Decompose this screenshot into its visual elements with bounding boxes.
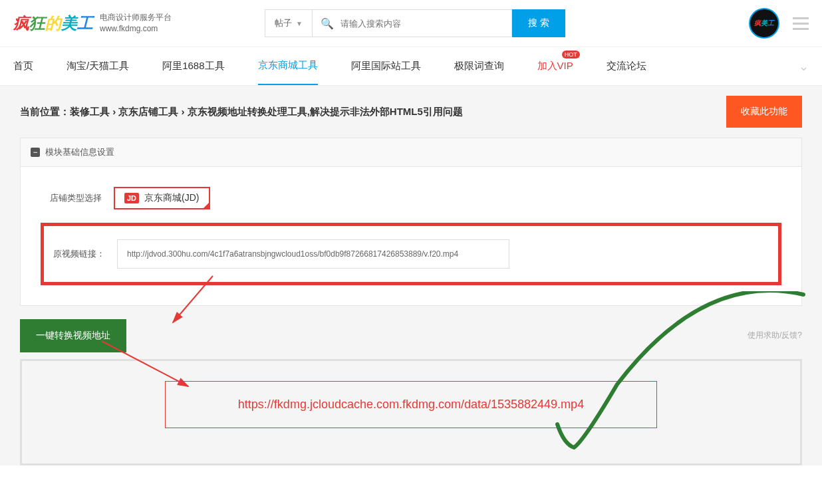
hot-badge: HOT [562,51,580,59]
search-icon: 🔍 [321,17,334,30]
shop-type-select[interactable]: JD 京东商城(JD) [114,187,210,209]
result-url: https://fkdmg.jcloudcache.com.fkdmg.com/… [179,398,643,412]
shop-type-label: 店铺类型选择 [41,192,114,204]
shop-type-value: 京东商城(JD) [144,192,199,204]
breadcrumb: 当前位置：装修工具 › 京东店铺工具 › 京东视频地址转换处理工具,解决提示非法… [20,106,463,118]
nav-keyword[interactable]: 极限词查询 [454,48,504,84]
original-link-label: 原视频链接： [51,248,117,260]
logo-subtitle: 电商设计师服务平台 www.fkdmg.com [100,12,172,35]
chevron-down-icon: ▼ [296,20,303,27]
chevron-down-icon[interactable]: ⌄ [799,59,809,74]
nav-ali-intl[interactable]: 阿里国际站工具 [351,48,421,84]
hamburger-menu-icon[interactable] [793,17,809,30]
convert-row: 一键转换视频地址 使用求助/反馈? [20,319,802,352]
logo-area: 疯狂的美工 电商设计师服务平台 www.fkdmg.com [13,12,172,35]
nav-home[interactable]: 首页 [13,48,33,84]
settings-panel: − 模块基础信息设置 店铺类型选择 JD 京东商城(JD) 原视频链接： [20,138,802,306]
nav-forum[interactable]: 交流论坛 [607,48,646,84]
search-input[interactable] [341,19,503,29]
nav-vip[interactable]: 加入VIP HOT [537,48,573,84]
avatar[interactable]: 疯美工 [749,8,779,39]
shop-type-row: 店铺类型选择 JD 京东商城(JD) [41,187,781,209]
result-panel: https://fkdmg.jcloudcache.com.fkdmg.com/… [20,359,802,465]
main-nav: 首页 淘宝/天猫工具 阿里1688工具 京东商城工具 阿里国际站工具 极限词查询… [0,47,822,86]
favorite-button[interactable]: 收藏此功能 [726,96,802,128]
search-category-label: 帖子 [275,17,292,29]
logo-icon: 疯狂的美工 [13,13,93,34]
jd-badge-icon: JD [124,193,139,203]
help-link[interactable]: 使用求助/反馈? [748,330,802,341]
result-box: https://fkdmg.jcloudcache.com.fkdmg.com/… [165,381,657,428]
search-category-select[interactable]: 帖子 ▼ [265,9,313,37]
breadcrumb-row: 当前位置：装修工具 › 京东店铺工具 › 京东视频地址转换处理工具,解决提示非法… [0,86,822,138]
original-link-input[interactable] [117,239,509,269]
platform-url: www.fkdmg.com [100,23,172,35]
nav-taobao[interactable]: 淘宝/天猫工具 [67,48,129,84]
platform-desc: 电商设计师服务平台 [100,12,172,23]
content: 当前位置：装修工具 › 京东店铺工具 › 京东视频地址转换处理工具,解决提示非法… [0,86,822,465]
nav-jd[interactable]: 京东商城工具 [258,47,318,85]
panel-title: − 模块基础信息设置 [21,138,801,167]
header: 疯狂的美工 电商设计师服务平台 www.fkdmg.com 帖子 ▼ 🔍 搜 索… [0,0,822,47]
nav-1688[interactable]: 阿里1688工具 [162,48,224,84]
convert-button[interactable]: 一键转换视频地址 [20,319,126,352]
video-link-highlight-box: 原视频链接： [41,223,781,285]
selected-corner-icon [202,201,210,209]
search-bar: 帖子 ▼ 🔍 搜 索 [265,9,565,37]
collapse-icon[interactable]: − [31,148,40,157]
search-button[interactable]: 搜 索 [512,9,565,37]
panel-body: 店铺类型选择 JD 京东商城(JD) 原视频链接： [21,167,801,305]
